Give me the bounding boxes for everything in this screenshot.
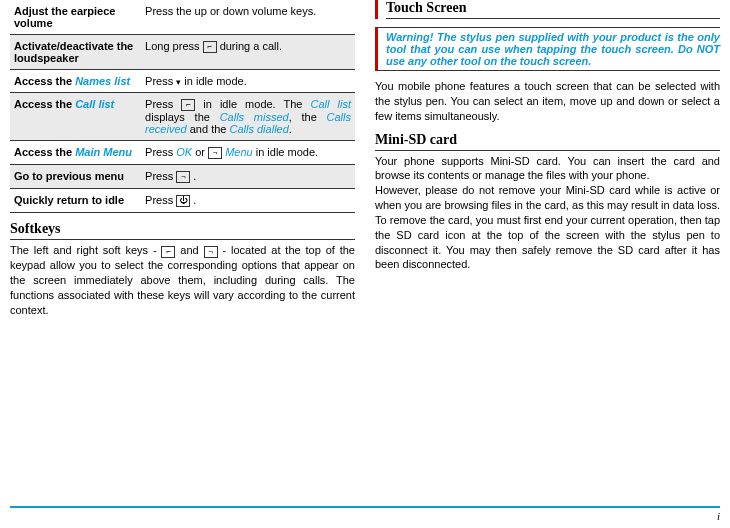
softkey-right-icon: ¬ <box>176 171 190 183</box>
touch-screen-heading: Touch Screen <box>386 0 720 19</box>
row-names-list-value: Press ▾ in idle mode. <box>141 70 355 93</box>
end-key-icon: ⏻ <box>176 195 190 207</box>
row-return-idle-label: Quickly return to idle <box>10 189 141 213</box>
row-loudspeaker-value: Long press ⌐ during a call. <box>141 35 355 70</box>
softkey-left-icon: ⌐ <box>161 246 175 258</box>
row-return-idle-value: Press ⏻ . <box>141 189 355 213</box>
softkey-right-icon: ¬ <box>204 246 218 258</box>
softkey-left-icon: ⌐ <box>203 41 217 53</box>
softkey-right-icon: ¬ <box>208 147 222 159</box>
softkeys-body: The left and right soft keys - ⌐ and ¬ -… <box>10 243 355 317</box>
minisd-body: Your phone supports Mini-SD card. You ca… <box>375 154 720 273</box>
row-call-list-value: Press ⌐ in idle mode. The Call list disp… <box>141 93 355 141</box>
page-number: i <box>10 506 720 522</box>
softkeys-heading: Softkeys <box>10 221 355 240</box>
row-main-menu-value: Press OK or ¬ Menu in idle mode. <box>141 141 355 165</box>
row-adjust-volume-value: Press the up or down volume keys. <box>141 0 355 35</box>
touch-body: You mobile phone features a touch screen… <box>375 79 720 124</box>
softkey-left-icon: ⌐ <box>181 99 195 111</box>
minisd-heading: Mini-SD card <box>375 132 720 151</box>
row-adjust-volume-label: Adjust the earpiece volume <box>10 0 141 35</box>
feature-table: Adjust the earpiece volume Press the up … <box>10 0 355 213</box>
row-previous-menu-label: Go to previous menu <box>10 165 141 189</box>
row-call-list-label: Access the Call list <box>10 93 141 141</box>
row-previous-menu-value: Press ¬ . <box>141 165 355 189</box>
row-main-menu-label: Access the Main Menu <box>10 141 141 165</box>
touch-warning: Warning! The stylus pen supplied with yo… <box>386 28 720 70</box>
row-names-list-label: Access the Names list <box>10 70 141 93</box>
row-loudspeaker-label: Activate/deactivate the loudspeaker <box>10 35 141 70</box>
